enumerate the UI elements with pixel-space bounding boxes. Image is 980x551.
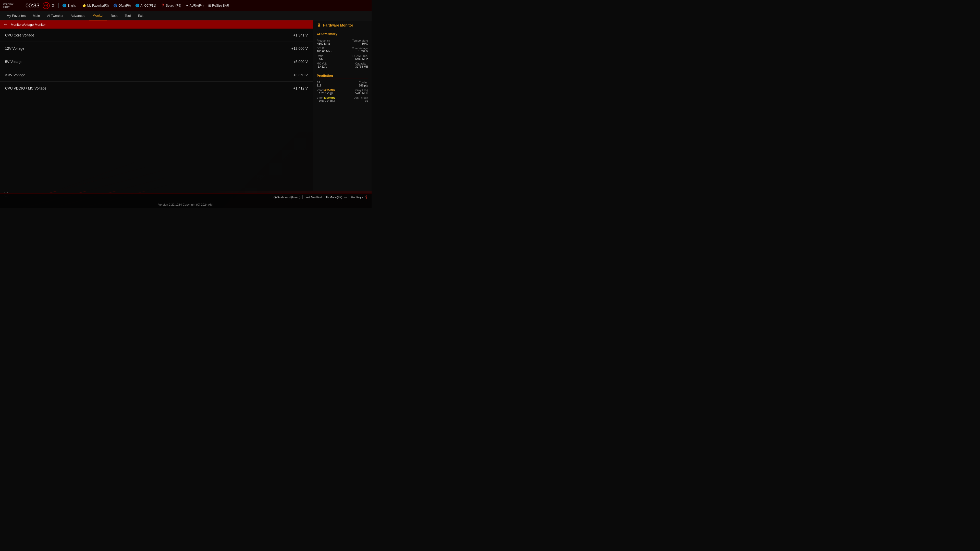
- breadcrumb-bar: ← Monitor\Voltage Monitor: [0, 21, 313, 29]
- last-modified-label: Last Modified: [304, 196, 322, 199]
- heavy-freq-value: 5205 MHz: [353, 92, 368, 95]
- nav-tool[interactable]: Tool: [121, 11, 135, 21]
- day-text: Friday: [3, 6, 14, 9]
- content-area: ← Monitor\Voltage Monitor CPU Core Volta…: [0, 21, 313, 191]
- ratio-value: 43x: [317, 57, 323, 60]
- table-row[interactable]: 5V Voltage +5.000 V: [0, 55, 313, 68]
- settings-icon[interactable]: ⚙: [51, 3, 55, 8]
- dos-thresh-label: Dos Thresh: [353, 96, 368, 99]
- core-voltage-value: 1.332 V: [352, 50, 368, 53]
- footer-sep-2: |: [324, 195, 325, 200]
- top-bar: 09/27/2024 Friday 00:33 ROG ⚙ | 🌐 Englis…: [0, 0, 372, 11]
- frequency-value: 4300 MHz: [317, 42, 330, 45]
- cooler-value: 166 pts: [359, 84, 368, 87]
- toolbar-aura[interactable]: ✦ AURA(F4): [184, 3, 206, 8]
- toolbar-items: 🌐 English ⭐ My Favorite(F3) 🌀 Qfan(F6) 🌐…: [60, 3, 372, 8]
- voltage-value-12v: +12.000 V: [282, 46, 308, 51]
- sp-label: SP: [317, 81, 321, 84]
- q-dashboard-hotkey[interactable]: Q-Dashboard(Insert): [274, 196, 301, 199]
- qfan-label: Qfan(F6): [118, 4, 130, 7]
- voltage-label-3v3: 3.3V Voltage: [5, 73, 282, 77]
- resize-icon: ⊞: [208, 3, 211, 7]
- voltage-value-3v3: +3.360 V: [282, 73, 308, 77]
- voltage-table: CPU Core Voltage +1.341 V 12V Voltage +1…: [0, 29, 313, 95]
- prediction-section: Prediction SP 119 Cooler 166 pts V for 5…: [313, 71, 372, 105]
- v-4300-label: V for 4300MHz: [317, 96, 335, 99]
- nav-advanced[interactable]: Advanced: [67, 11, 89, 21]
- v-5205-freq: 5205MHz: [323, 89, 335, 92]
- ezmode-hotkey[interactable]: EzMode(F7) ↦: [326, 195, 347, 199]
- cpu-memory-title: CPU/Memory: [317, 32, 368, 37]
- breadcrumb-path: Monitor\Voltage Monitor: [11, 23, 46, 27]
- sp-cooler-row: SP 119 Cooler 166 pts: [317, 81, 368, 87]
- mc-volt-label: MC Volt.: [317, 62, 328, 65]
- aura-icon: ✦: [186, 3, 189, 7]
- toolbar-my-favorite[interactable]: ⭐ My Favorite(F3): [80, 3, 111, 8]
- star-icon: ⭐: [82, 3, 86, 7]
- version-text: Version 2.22.1284 Copyright (C) 2024 AMI: [158, 203, 213, 206]
- sp-value: 119: [317, 84, 321, 87]
- clock-display: 00:33: [25, 2, 40, 9]
- sidebar-title: 🖥 Hardware Monitor: [313, 21, 372, 29]
- core-voltage-label: Core Voltage: [352, 47, 368, 50]
- nav-main[interactable]: Main: [29, 11, 43, 21]
- toolbar-resize-bar[interactable]: ⊞ ReSize BAR: [206, 3, 231, 8]
- footer-hotkeys: Q-Dashboard(Insert) | Last Modified | Ez…: [0, 194, 372, 201]
- ratio-row: Ratio 43x DRAM Freq. 6400 MHz: [317, 54, 368, 60]
- dos-thresh-value: 91: [353, 99, 368, 102]
- last-modified-hotkey[interactable]: Last Modified: [304, 196, 322, 199]
- voltage-value-cpu-core: +1.341 V: [282, 33, 308, 37]
- resize-bar-label: ReSize BAR: [212, 4, 229, 7]
- question-icon: ❓: [161, 3, 165, 7]
- sidebar-title-text: Hardware Monitor: [323, 23, 353, 27]
- capacity-value: 32768 MB: [355, 65, 368, 68]
- hot-keys-hotkey[interactable]: Hot Keys ❓: [351, 195, 368, 199]
- rog-logo-icon: ROG: [43, 2, 50, 9]
- search-label: Search(F9): [166, 4, 181, 7]
- prediction-title: Prediction: [317, 74, 368, 79]
- voltage-value-5v: +5.000 V: [282, 60, 308, 64]
- nav-ai-tweaker[interactable]: Ai Tweaker: [44, 11, 67, 21]
- voltage-label-12v: 12V Voltage: [5, 46, 282, 51]
- frequency-row: Frequency 4300 MHz Temperature 30°C: [317, 39, 368, 45]
- table-row[interactable]: CPU Core Voltage +1.341 V: [0, 29, 313, 42]
- table-row[interactable]: CPU VDDIO / MC Voltage +1.412 V: [0, 82, 313, 95]
- nav-monitor[interactable]: Monitor: [89, 11, 107, 21]
- nav-boot[interactable]: Boot: [107, 11, 121, 21]
- toolbar-separator: |: [58, 3, 59, 8]
- toolbar-ai-oc[interactable]: 🌐 AI OC(F11): [133, 3, 158, 8]
- cooler-label: Cooler: [359, 81, 368, 84]
- bclk-label: BCLK: [317, 47, 332, 50]
- footer-sep-1: |: [302, 195, 303, 200]
- mc-volt-row: MC Volt. 1.412 V Capacity 32768 MB: [317, 62, 368, 68]
- toolbar-qfan[interactable]: 🌀 Qfan(F6): [111, 3, 133, 8]
- heavy-freq-label: Heavy Freq: [353, 89, 368, 92]
- ratio-label: Ratio: [317, 54, 323, 57]
- globe-icon: 🌐: [62, 3, 66, 7]
- my-favorite-label: My Favorite(F3): [87, 4, 109, 7]
- back-button[interactable]: ←: [3, 22, 8, 27]
- svg-text:ROG: ROG: [45, 5, 48, 6]
- hot-keys-icon: ❓: [364, 195, 368, 199]
- nav-my-favorites[interactable]: My Favorites: [3, 11, 29, 21]
- q-dashboard-label: Q-Dashboard(Insert): [274, 196, 301, 199]
- aura-label: AURA(F4): [189, 4, 204, 7]
- temperature-value: 30°C: [352, 42, 368, 45]
- english-label: English: [67, 4, 77, 7]
- v-4300-value: 0.930 V @L5: [317, 99, 335, 102]
- top-bar-datetime-section: 09/27/2024 Friday: [3, 3, 24, 8]
- toolbar-english[interactable]: 🌐 English: [60, 3, 80, 8]
- bclk-row: BCLK 100.00 MHz Core Voltage 1.332 V: [317, 47, 368, 53]
- ai-oc-label: AI OC(F11): [140, 4, 156, 7]
- dram-freq-label: DRAM Freq.: [352, 54, 368, 57]
- table-row[interactable]: 12V Voltage +12.000 V: [0, 42, 313, 55]
- toolbar-search[interactable]: ❓ Search(F9): [159, 3, 183, 8]
- dram-freq-value: 6400 MHz: [352, 57, 368, 60]
- ezmode-label: EzMode(F7): [326, 196, 342, 199]
- fan-icon: 🌀: [113, 3, 118, 7]
- table-row[interactable]: 3.3V Voltage +3.360 V: [0, 68, 313, 82]
- nav-exit[interactable]: Exit: [134, 11, 147, 21]
- v-5205-row: V for 5205MHz 1.260 V @L5 Heavy Freq 520…: [317, 89, 368, 95]
- hardware-monitor-sidebar: 🖥 Hardware Monitor CPU/Memory Frequency …: [313, 21, 372, 191]
- capacity-label: Capacity: [355, 62, 368, 65]
